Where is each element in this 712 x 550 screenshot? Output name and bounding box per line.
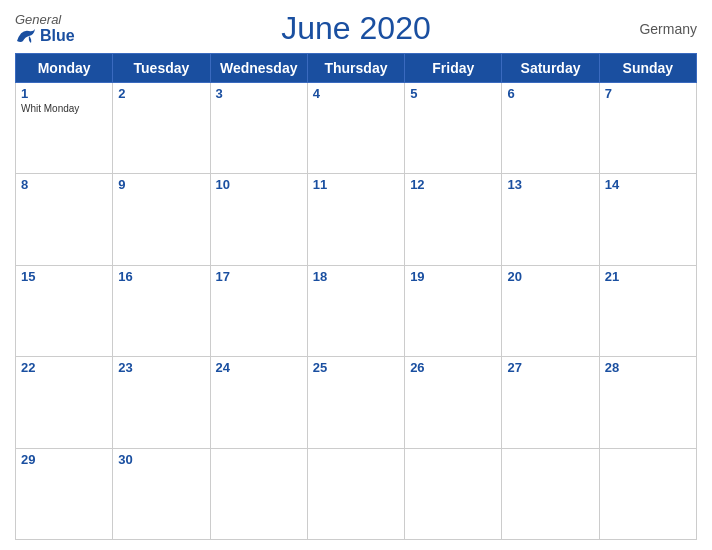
day-number: 26 (410, 360, 496, 375)
calendar-cell: 22 (16, 357, 113, 448)
calendar-cell (502, 448, 599, 539)
day-number: 4 (313, 86, 399, 101)
day-number: 14 (605, 177, 691, 192)
logo-blue: Blue (15, 27, 75, 45)
calendar-cell: 5 (405, 83, 502, 174)
calendar-cell: 28 (599, 357, 696, 448)
day-number: 19 (410, 269, 496, 284)
calendar-cell: 25 (307, 357, 404, 448)
calendar-title: June 2020 (281, 10, 430, 47)
calendar-cell (599, 448, 696, 539)
logo-general: General (15, 12, 61, 27)
calendar-cell: 8 (16, 174, 113, 265)
weekday-header-saturday: Saturday (502, 54, 599, 83)
day-number: 24 (216, 360, 302, 375)
weekday-header-monday: Monday (16, 54, 113, 83)
day-number: 13 (507, 177, 593, 192)
day-number: 28 (605, 360, 691, 375)
page-header: General Blue June 2020 Germany (15, 10, 697, 47)
weekday-header-row: MondayTuesdayWednesdayThursdayFridaySatu… (16, 54, 697, 83)
bird-icon (15, 27, 37, 45)
day-number: 8 (21, 177, 107, 192)
day-number: 30 (118, 452, 204, 467)
calendar-cell: 30 (113, 448, 210, 539)
week-row-4: 22232425262728 (16, 357, 697, 448)
calendar-cell: 4 (307, 83, 404, 174)
week-row-2: 891011121314 (16, 174, 697, 265)
day-number: 16 (118, 269, 204, 284)
day-number: 18 (313, 269, 399, 284)
calendar-cell (210, 448, 307, 539)
day-number: 20 (507, 269, 593, 284)
day-number: 3 (216, 86, 302, 101)
day-number: 23 (118, 360, 204, 375)
day-number: 21 (605, 269, 691, 284)
day-number: 9 (118, 177, 204, 192)
weekday-header-sunday: Sunday (599, 54, 696, 83)
weekday-header-thursday: Thursday (307, 54, 404, 83)
calendar-cell: 10 (210, 174, 307, 265)
calendar-cell: 18 (307, 265, 404, 356)
calendar-table: MondayTuesdayWednesdayThursdayFridaySatu… (15, 53, 697, 540)
calendar-cell: 1Whit Monday (16, 83, 113, 174)
day-number: 12 (410, 177, 496, 192)
calendar-cell: 6 (502, 83, 599, 174)
day-number: 5 (410, 86, 496, 101)
calendar-cell: 15 (16, 265, 113, 356)
week-row-3: 15161718192021 (16, 265, 697, 356)
weekday-header-tuesday: Tuesday (113, 54, 210, 83)
calendar-cell: 2 (113, 83, 210, 174)
day-number: 2 (118, 86, 204, 101)
calendar-cell: 3 (210, 83, 307, 174)
day-number: 11 (313, 177, 399, 192)
day-number: 22 (21, 360, 107, 375)
day-number: 7 (605, 86, 691, 101)
week-row-1: 1Whit Monday234567 (16, 83, 697, 174)
calendar-cell: 13 (502, 174, 599, 265)
weekday-header-wednesday: Wednesday (210, 54, 307, 83)
calendar-cell: 27 (502, 357, 599, 448)
day-number: 15 (21, 269, 107, 284)
calendar-cell: 26 (405, 357, 502, 448)
calendar-cell: 21 (599, 265, 696, 356)
calendar-cell (307, 448, 404, 539)
holiday-label: Whit Monday (21, 103, 107, 114)
day-number: 10 (216, 177, 302, 192)
calendar-cell: 20 (502, 265, 599, 356)
calendar-cell: 7 (599, 83, 696, 174)
calendar-cell: 23 (113, 357, 210, 448)
logo: General Blue (15, 12, 75, 45)
day-number: 6 (507, 86, 593, 101)
day-number: 27 (507, 360, 593, 375)
calendar-cell: 17 (210, 265, 307, 356)
calendar-cell: 29 (16, 448, 113, 539)
calendar-cell (405, 448, 502, 539)
day-number: 17 (216, 269, 302, 284)
calendar-cell: 19 (405, 265, 502, 356)
weekday-header-friday: Friday (405, 54, 502, 83)
day-number: 1 (21, 86, 107, 101)
calendar-cell: 14 (599, 174, 696, 265)
calendar-cell: 11 (307, 174, 404, 265)
calendar-cell: 16 (113, 265, 210, 356)
calendar-cell: 24 (210, 357, 307, 448)
day-number: 25 (313, 360, 399, 375)
calendar-cell: 12 (405, 174, 502, 265)
day-number: 29 (21, 452, 107, 467)
calendar-cell: 9 (113, 174, 210, 265)
country-label: Germany (639, 21, 697, 37)
week-row-5: 2930 (16, 448, 697, 539)
